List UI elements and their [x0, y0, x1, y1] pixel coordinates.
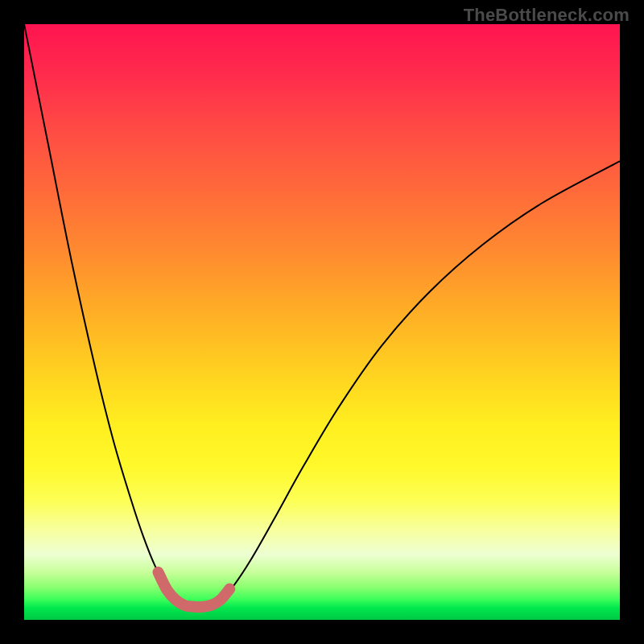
- emphasis-curve: [159, 572, 230, 607]
- plot-area: [24, 24, 620, 620]
- chart-stage: TheBottleneck.com: [0, 0, 644, 644]
- watermark-text: TheBottleneck.com: [464, 5, 630, 26]
- main-curve: [24, 24, 620, 607]
- chart-svg: [24, 24, 620, 620]
